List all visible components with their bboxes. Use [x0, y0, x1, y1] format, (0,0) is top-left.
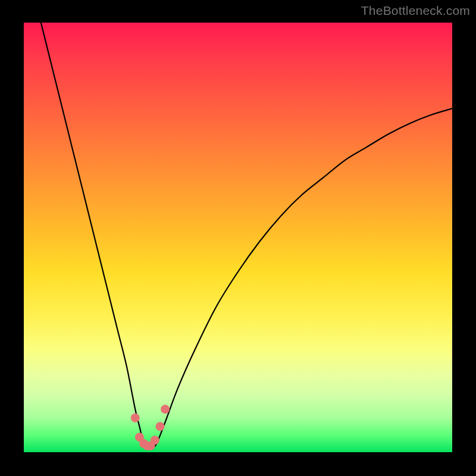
plot-area: [24, 23, 452, 452]
bottleneck-curve: [41, 23, 452, 449]
watermark-text: TheBottleneck.com: [361, 4, 470, 18]
curve-markers: [131, 405, 170, 450]
curve-marker: [155, 422, 164, 431]
curve-marker: [161, 405, 170, 414]
chart-frame: TheBottleneck.com: [0, 0, 476, 476]
curve-marker: [131, 414, 140, 422]
curve-marker: [151, 436, 159, 444]
curve-layer: [24, 23, 452, 452]
